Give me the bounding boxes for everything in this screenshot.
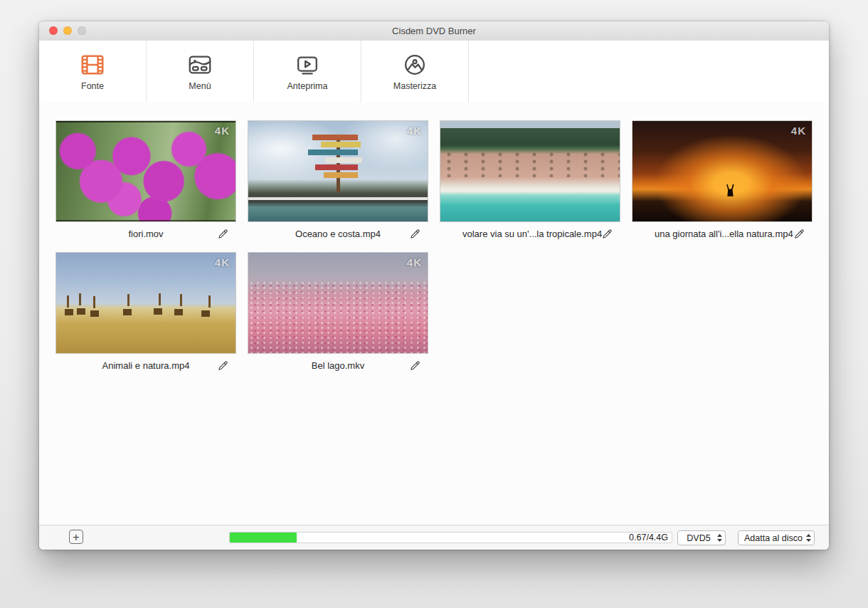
file-name: fiori.mov [128, 229, 163, 239]
disc-type-value: DVD5 [678, 533, 716, 543]
file-caption: fiori.mov [55, 222, 236, 246]
edit-pencil-icon[interactable] [217, 360, 229, 372]
status-bar: + 0.67/4.4G DVD5 Adatta al disco [39, 525, 829, 550]
edit-pencil-icon[interactable] [601, 228, 613, 240]
file-card[interactable]: 4K Animali e natura.mp4 [55, 252, 236, 377]
fit-to-disc-dropdown[interactable]: Adatta al disco [738, 530, 815, 545]
capacity-label: 0.67/4.4G [629, 533, 668, 543]
file-caption: una giornata all'i...ella natura.mp4 [632, 222, 813, 246]
edit-pencil-icon[interactable] [793, 228, 805, 240]
tab-label: Fonte [81, 81, 104, 91]
fit-option-value: Adatta al disco [739, 533, 805, 543]
file-card[interactable]: 4K fiori.mov [55, 120, 236, 246]
file-card[interactable]: volare via su un'...la tropicale.mp4 [440, 120, 620, 246]
resolution-badge: 4K [407, 125, 422, 137]
resolution-badge: 4K [215, 256, 230, 268]
video-thumbnail[interactable]: 4K [55, 120, 236, 222]
file-card[interactable]: 4K Bel lago.mkv [248, 252, 428, 377]
file-name: una giornata all'i...ella natura.mp4 [655, 229, 790, 239]
app-window: Cisdem DVD Burner Fonte [39, 21, 829, 550]
tab-masterizza[interactable]: Masterizza [361, 41, 469, 103]
menu-template-icon [186, 51, 213, 78]
file-name: Bel lago.mkv [312, 360, 364, 371]
window-title: Cisdem DVD Burner [39, 21, 829, 41]
video-thumbnail[interactable] [440, 120, 620, 222]
preview-play-icon [294, 51, 321, 78]
title-bar[interactable]: Cisdem DVD Burner [39, 21, 829, 41]
tab-label: Menù [189, 81, 211, 91]
add-file-button[interactable]: + [69, 530, 83, 544]
resolution-badge: 4K [407, 256, 422, 268]
file-name: Oceano e costa.mp4 [295, 229, 381, 239]
source-file-area: 4K fiori.mov 4K Oceano e costa.mp4 [39, 103, 829, 525]
file-card[interactable]: 4K una giornata all'i...ella natura.mp4 [632, 120, 813, 246]
up-down-arrows-icon [805, 533, 812, 543]
video-grid: 4K fiori.mov 4K Oceano e costa.mp4 [55, 120, 813, 377]
video-thumbnail[interactable]: 4K [248, 120, 428, 222]
file-caption: volare via su un'...la tropicale.mp4 [440, 222, 620, 246]
file-card[interactable]: 4K Oceano e costa.mp4 [248, 120, 428, 246]
video-thumbnail[interactable]: 4K [632, 120, 813, 222]
capacity-progress-fill [230, 533, 297, 543]
capacity-progress-bar: 0.67/4.4G [229, 532, 672, 543]
file-caption: Bel lago.mkv [248, 354, 428, 377]
desktop-background: Cisdem DVD Burner Fonte [0, 0, 868, 608]
edit-pencil-icon[interactable] [217, 228, 229, 240]
file-name: volare via su un'...la tropicale.mp4 [462, 229, 598, 239]
tab-fonte[interactable]: Fonte [39, 41, 147, 103]
filmstrip-icon [79, 51, 106, 78]
edit-pencil-icon[interactable] [409, 360, 421, 372]
edit-pencil-icon[interactable] [409, 228, 421, 240]
file-caption: Animali e natura.mp4 [55, 354, 236, 377]
burn-disc-icon [401, 51, 428, 78]
up-down-arrows-icon [716, 533, 723, 543]
resolution-badge: 4K [215, 125, 230, 137]
video-thumbnail[interactable]: 4K [248, 252, 428, 354]
toolbar: Fonte Menù Anteprima [39, 41, 829, 103]
resolution-badge: 4K [791, 125, 806, 137]
disc-type-dropdown[interactable]: DVD5 [677, 530, 726, 545]
tab-menu[interactable]: Menù [147, 41, 254, 103]
tab-anteprima[interactable]: Anteprima [254, 41, 361, 103]
file-caption: Oceano e costa.mp4 [248, 222, 428, 246]
tab-label: Masterizza [393, 81, 436, 91]
file-name: Animali e natura.mp4 [102, 360, 190, 371]
video-thumbnail[interactable]: 4K [55, 252, 236, 354]
tab-label: Anteprima [287, 81, 328, 91]
